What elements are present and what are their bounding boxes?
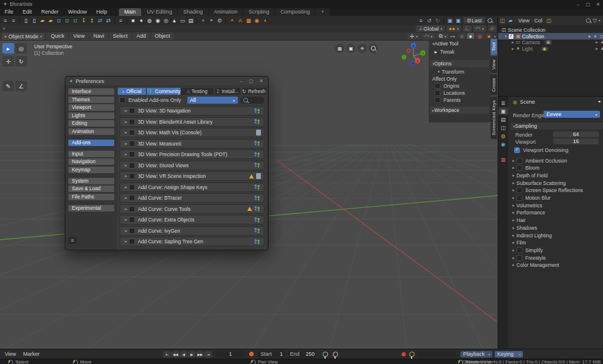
addon-enable-checkbox[interactable] — [129, 195, 135, 201]
addon-enable-checkbox[interactable] — [129, 173, 135, 179]
expand-icon[interactable]: ▸ — [123, 130, 129, 135]
section-checkbox[interactable] — [516, 165, 522, 171]
workspace-tab[interactable]: Compositing — [275, 8, 315, 16]
toolbar-slot[interactable]: ● — [137, 16, 145, 24]
redo-icon[interactable]: ↻ — [433, 16, 442, 24]
toolbar-slot[interactable]: ▲ — [170, 16, 178, 24]
undo-icon[interactable]: ↺ — [425, 16, 433, 24]
minimize-button[interactable]: – — [573, 2, 583, 7]
refresh-button[interactable]: ↻ Refresh — [242, 88, 266, 95]
sampling-render-value[interactable]: 64 — [553, 131, 599, 137]
axis-gizmo[interactable]: Z Y X — [399, 35, 426, 66]
properties-section-row[interactable]: ▸ Indirect Lighting — [511, 232, 603, 239]
properties-tab-icon[interactable]: ▤ — [498, 115, 508, 123]
prefs-maximize-button[interactable]: ▢ — [246, 78, 256, 84]
timeline-view-menu[interactable]: View — [5, 351, 16, 357]
zoom-view-button[interactable] — [369, 44, 378, 53]
toolbar-slot[interactable]: ◍ — [145, 16, 154, 24]
toolbar-slot[interactable]: ≡ — [1, 16, 9, 24]
install-button[interactable]: ↧ Install... — [215, 88, 240, 95]
snap-dropdown[interactable]: ●●▾ — [446, 25, 461, 32]
expand-icon[interactable]: ▸ — [123, 174, 129, 178]
toolbar-slot[interactable]: ▯ — [22, 16, 30, 24]
expand-icon[interactable]: ▾ — [503, 34, 509, 39]
properties-section-row[interactable]: ▸ Shadows — [511, 224, 603, 231]
disable-render-icon[interactable]: ▭ — [599, 34, 603, 39]
viewport-denoising-checkbox[interactable] — [514, 147, 520, 153]
npanel-side-tab[interactable]: Create — [491, 74, 497, 95]
preferences-sidebar-item[interactable]: Navigation — [68, 158, 114, 165]
camera-view-button[interactable]: ▦ — [335, 44, 344, 53]
proportional-edit-dropdown[interactable]: ◠▾ — [473, 25, 486, 32]
maximize-button[interactable]: ▢ — [583, 2, 593, 7]
addon-search-field[interactable] — [240, 97, 264, 104]
delete-keyframe-icon[interactable] — [333, 352, 338, 357]
section-checkbox[interactable] — [516, 195, 522, 201]
preferences-sidebar-item[interactable]: Input — [68, 151, 114, 157]
section-checkbox[interactable] — [516, 158, 522, 164]
addon-row[interactable]: ▸ Add Curve: Sapling Tree Gen — [120, 237, 264, 246]
properties-section-row[interactable]: ▸ Hair — [511, 217, 603, 224]
toolbar-slot[interactable]: ◖ — [261, 16, 269, 24]
npanel-checkbox-row[interactable]: Parents — [429, 97, 491, 104]
checkbox[interactable] — [435, 83, 440, 89]
transform-orientation-dropdown[interactable]: ⟂ Global▾ — [416, 25, 445, 32]
keying-set-icon[interactable] — [409, 352, 415, 357]
annotate-tool-button[interactable]: ✎ — [2, 81, 14, 91]
sampling-viewport-value[interactable]: 16 — [553, 138, 599, 144]
outliner-sync-icon[interactable]: ◫ — [545, 16, 553, 24]
active-tool-item[interactable]: ▸ Tweak — [429, 48, 491, 55]
preferences-sidebar-item[interactable]: Keymap — [68, 167, 114, 173]
addon-row[interactable]: ▸ Add Curve: Extra Objects — [120, 215, 264, 224]
addon-row[interactable]: ▸ Add Curve: IvyGen — [120, 226, 264, 236]
toolbar-slot[interactable]: + — [199, 16, 207, 24]
toolbar-slot[interactable]: ⇄ — [96, 16, 104, 24]
section-checkbox[interactable] — [516, 255, 522, 261]
expand-icon[interactable]: ▸ — [123, 239, 129, 244]
toolbar-slot[interactable] — [195, 17, 199, 24]
toolbar-slot[interactable]: A — [236, 16, 244, 24]
toolbar-slot[interactable] — [224, 17, 228, 24]
preferences-sidebar-item[interactable]: System — [68, 178, 114, 184]
addon-enable-checkbox[interactable] — [129, 141, 135, 147]
expand-icon[interactable]: ▸ — [123, 141, 129, 146]
close-button[interactable]: ✕ — [593, 2, 603, 7]
hide-eye-disabled-icon[interactable]: ● — [601, 39, 603, 45]
playback-button[interactable]: ⇥ — [204, 351, 212, 358]
preferences-sidebar-item[interactable]: Experimental — [68, 205, 114, 211]
properties-section-row[interactable]: ▸ Freestyle — [511, 254, 603, 261]
viewport-menu-item[interactable]: Navi — [90, 32, 109, 40]
playback-dropdown[interactable]: Playback▾ — [460, 351, 492, 358]
menu-item[interactable]: Edit — [18, 8, 37, 16]
addon-row[interactable]: ▸ 3D View: Math Vis (Console) — [120, 128, 264, 137]
toolbar-slot[interactable]: ▯ — [30, 16, 38, 24]
toolbar-slot[interactable]: ▰ — [38, 16, 47, 24]
screen-next-icon[interactable]: ▣ — [454, 16, 462, 24]
documentation-icon[interactable] — [256, 173, 261, 179]
preferences-sidebar-item[interactable]: File Paths — [68, 194, 114, 200]
viewport-menu-item[interactable]: Select — [109, 32, 132, 40]
move-tool-button[interactable]: ✛ — [2, 56, 14, 67]
expand-icon[interactable]: ▸ — [123, 108, 129, 113]
toolbar-slot[interactable]: ▦ — [244, 16, 253, 24]
properties-section-row[interactable]: ▸ Bloom — [511, 165, 603, 171]
prefs-minimize-button[interactable]: – — [236, 78, 246, 84]
hide-eye-icon[interactable]: ● — [594, 34, 597, 39]
end-frame-field[interactable]: End250 — [287, 351, 317, 358]
prefs-close-button[interactable]: ✕ — [256, 78, 266, 84]
preferences-sidebar-item[interactable]: Animation — [68, 128, 114, 135]
preferences-titlebar[interactable]: ✦ Preferences – ▢ ✕ — [65, 77, 268, 85]
properties-section-row[interactable]: ▸ Subsurface Scattering — [511, 180, 603, 186]
properties-tab-icon[interactable]: ≣ — [498, 99, 508, 107]
cursor-crosshair-icon[interactable]: + — [0, 25, 8, 32]
properties-section-row[interactable]: ▸ Film — [511, 240, 603, 246]
properties-tab-icon[interactable]: ▦ — [498, 155, 508, 163]
checkbox[interactable] — [435, 97, 440, 103]
addon-row[interactable]: ▸ 3D View: Measureit — [120, 139, 264, 148]
toolbar-slot[interactable]: ⚙ — [216, 16, 224, 24]
properties-section-row[interactable]: ▸ Color Management — [511, 262, 603, 269]
preferences-sidebar-item[interactable]: Editing — [68, 120, 114, 127]
addon-enable-checkbox[interactable] — [129, 151, 135, 157]
outliner-row-light[interactable]: ▸ ☀ Light ◉ ▸ ● ▭ — [498, 45, 603, 52]
properties-section-row[interactable]: ▸ Performance — [511, 210, 603, 216]
